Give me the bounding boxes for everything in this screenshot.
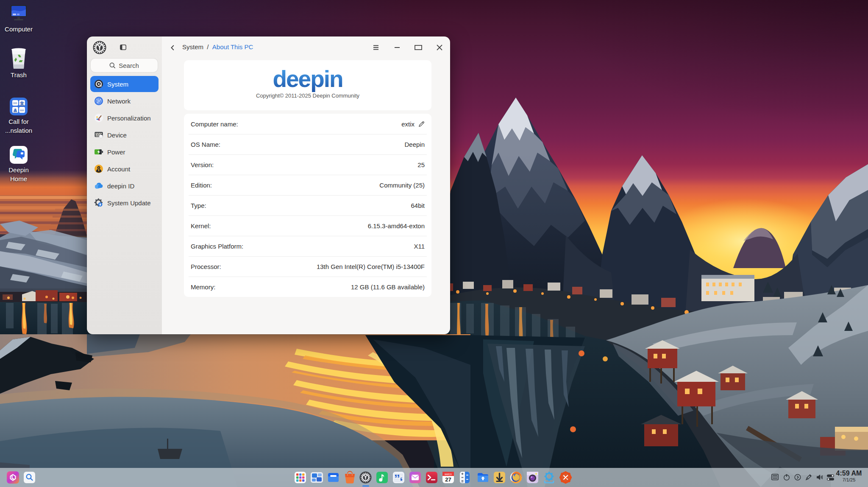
svg-text:文: 文 <box>19 101 24 106</box>
svg-text:27: 27 <box>445 476 451 483</box>
svg-text:⋯: ⋯ <box>13 101 17 105</box>
svg-text:MARCH: MARCH <box>445 473 452 476</box>
svg-text:deepin: deepin <box>273 66 342 92</box>
svg-text:Copyright© 2011-2025 Deepin Co: Copyright© 2011-2025 Deepin Community <box>256 92 360 99</box>
svg-text:⋯: ⋯ <box>20 108 24 112</box>
svg-text:A: A <box>14 108 17 113</box>
